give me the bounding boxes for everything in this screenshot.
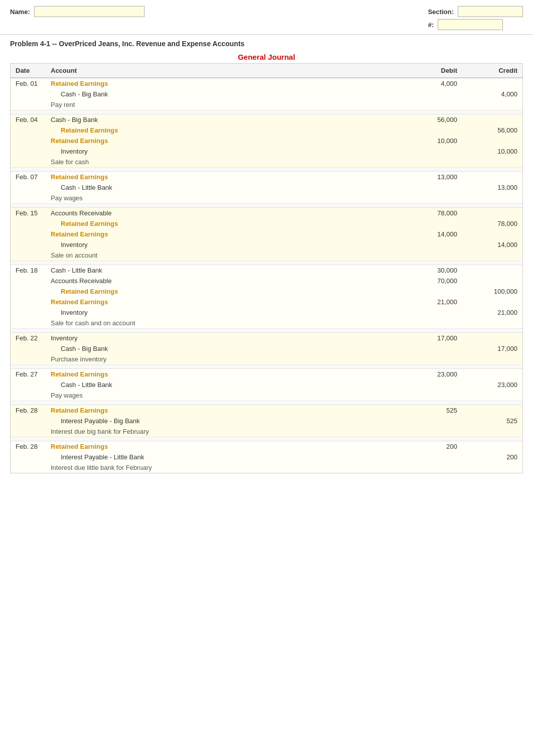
journal-container: Date Account Debit Credit Feb. 01Retaine… [10, 63, 523, 473]
debit-cell [402, 239, 462, 250]
debit-cell [402, 426, 462, 437]
section-label: Section: [428, 8, 454, 16]
debit-cell [402, 286, 462, 297]
credit-cell [462, 78, 522, 89]
debit-cell [402, 416, 462, 426]
debit-cell [402, 125, 462, 136]
account-cell: Retained Earnings [46, 297, 402, 307]
date-cell: Feb. 18 [11, 265, 46, 276]
row-separator [11, 110, 522, 114]
credit-cell: 200 [462, 452, 522, 462]
debit-cell [402, 343, 462, 354]
date-cell [11, 99, 46, 110]
debit-cell [402, 99, 462, 110]
table-row: Pay rent [11, 99, 522, 110]
table-row: Retained Earnings14,000 [11, 229, 522, 239]
table-row: Retained Earnings100,000 [11, 286, 522, 297]
date-cell [11, 125, 46, 136]
date-header: Date [11, 64, 46, 78]
table-row: Interest due big bank for February [11, 426, 522, 437]
date-cell [11, 239, 46, 250]
row-separator [11, 168, 522, 172]
table-row: Feb. 28Retained Earnings525 [11, 405, 522, 416]
table-row: Retained Earnings56,000 [11, 125, 522, 136]
name-label: Name: [10, 8, 30, 16]
name-input[interactable] [34, 6, 145, 17]
debit-cell: 200 [402, 441, 462, 452]
date-cell [11, 229, 46, 239]
row-separator [11, 329, 522, 333]
debit-cell [402, 146, 462, 157]
header-right: Section: #: [428, 6, 523, 30]
date-cell [11, 390, 46, 401]
table-row: Feb. 01Retained Earnings4,000 [11, 78, 522, 89]
debit-cell [402, 452, 462, 462]
table-row: Feb. 27Retained Earnings23,000 [11, 369, 522, 380]
debit-cell [402, 193, 462, 204]
debit-cell [402, 157, 462, 168]
debit-cell: 17,000 [402, 333, 462, 344]
account-cell: Pay wages [46, 390, 402, 401]
table-row: Interest due little bank for February [11, 462, 522, 473]
debit-cell: 525 [402, 405, 462, 416]
date-cell [11, 218, 46, 229]
date-cell: Feb. 27 [11, 369, 46, 380]
account-cell: Interest due big bank for February [46, 426, 402, 437]
credit-cell [462, 193, 522, 204]
credit-cell [462, 229, 522, 239]
table-row: Interest Payable - Little Bank200 [11, 452, 522, 462]
table-row: Inventory10,000 [11, 146, 522, 157]
debit-cell: 21,000 [402, 297, 462, 307]
credit-cell: 14,000 [462, 239, 522, 250]
table-row: Retained Earnings21,000 [11, 297, 522, 307]
debit-cell [402, 250, 462, 261]
credit-cell: 100,000 [462, 286, 522, 297]
table-row: Retained Earnings78,000 [11, 218, 522, 229]
debit-header: Debit [402, 64, 462, 78]
credit-cell [462, 114, 522, 125]
credit-cell [462, 462, 522, 473]
debit-cell: 4,000 [402, 78, 462, 89]
account-cell: Cash - Little Bank [46, 380, 402, 390]
credit-cell: 525 [462, 416, 522, 426]
account-cell: Retained Earnings [46, 218, 402, 229]
credit-cell [462, 157, 522, 168]
date-cell: Feb. 07 [11, 172, 46, 183]
credit-cell: 13,000 [462, 182, 522, 193]
account-cell: Sale for cash and on account [46, 318, 402, 329]
table-row: Accounts Receivable70,000 [11, 276, 522, 286]
account-cell: Inventory [46, 239, 402, 250]
credit-cell: 78,000 [462, 218, 522, 229]
debit-cell [402, 380, 462, 390]
table-row: Inventory21,000 [11, 307, 522, 318]
table-row: Interest Payable - Big Bank525 [11, 416, 522, 426]
account-cell: Interest due little bank for February [46, 462, 402, 473]
account-cell: Purchase inventory [46, 354, 402, 365]
account-cell: Interest Payable - Big Bank [46, 416, 402, 426]
credit-cell [462, 333, 522, 344]
table-row: Sale for cash and on account [11, 318, 522, 329]
date-cell [11, 318, 46, 329]
account-cell: Accounts Receivable [46, 208, 402, 219]
account-cell: Cash - Big Bank [46, 343, 402, 354]
debit-cell [402, 218, 462, 229]
credit-cell [462, 276, 522, 286]
credit-cell [462, 441, 522, 452]
credit-cell: 23,000 [462, 380, 522, 390]
section-input[interactable] [458, 6, 523, 17]
account-cell: Inventory [46, 333, 402, 344]
credit-cell [462, 369, 522, 380]
credit-cell [462, 318, 522, 329]
date-cell: Feb. 15 [11, 208, 46, 219]
debit-cell: 10,000 [402, 136, 462, 146]
credit-cell [462, 390, 522, 401]
table-row: Cash - Big Bank17,000 [11, 343, 522, 354]
hash-input[interactable] [438, 19, 503, 30]
table-row: Sale for cash [11, 157, 522, 168]
table-row: Sale on account [11, 250, 522, 261]
debit-cell: 14,000 [402, 229, 462, 239]
date-cell [11, 452, 46, 462]
table-row: Feb. 07Retained Earnings13,000 [11, 172, 522, 183]
hash-label: #: [428, 21, 434, 29]
debit-cell [402, 182, 462, 193]
